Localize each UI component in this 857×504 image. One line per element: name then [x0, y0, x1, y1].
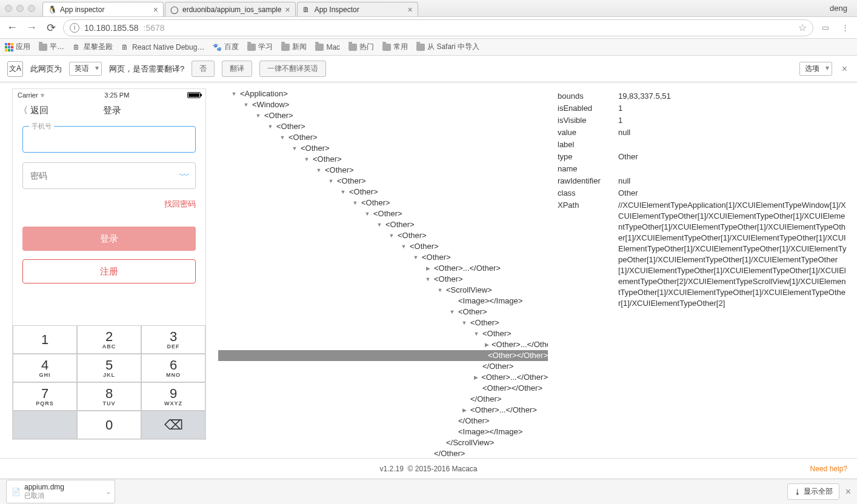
tree-node[interactable]: ▼<Other>	[218, 197, 548, 208]
tree-toggle-icon[interactable]: ▼	[412, 252, 419, 263]
tree-node[interactable]: </ScrollView>	[218, 437, 548, 448]
keypad-key[interactable]: 7PQRS	[13, 382, 77, 411]
tree-toggle-icon[interactable]: ▼	[449, 307, 456, 317]
tree-toggle-icon[interactable]: ▼	[376, 219, 383, 230]
tree-node[interactable]: ▶<Other>...</Other>	[218, 372, 548, 383]
bookmark-item[interactable]: 新闻	[281, 42, 307, 52]
keypad-key[interactable]: 4GHI	[13, 354, 77, 382]
tree-toggle-icon[interactable]: ▼	[424, 274, 432, 285]
traffic-lights[interactable]	[5, 5, 35, 12]
tree-node[interactable]: </Other>	[218, 394, 548, 405]
keypad-key[interactable]: 3DEF	[141, 325, 205, 354]
back-button[interactable]: ←	[5, 21, 19, 35]
downloads-close-icon[interactable]: ×	[845, 486, 851, 497]
tree-node[interactable]: ▼<Other>	[218, 110, 548, 121]
tree-node[interactable]: ▼<Other>	[218, 219, 548, 230]
tree-node[interactable]: <Other></Other>	[218, 383, 548, 394]
download-item[interactable]: 📄 appium.dmg 已取消	[6, 480, 115, 503]
element-tree[interactable]: ▼<Application>▼<Window>▼<Other>▼<Other>▼…	[218, 82, 548, 458]
bookmark-item[interactable]: 热门	[348, 42, 374, 52]
tree-toggle-icon[interactable]: ▶	[461, 405, 468, 416]
keypad-key[interactable]: 2ABC	[77, 325, 141, 354]
password-field[interactable]: 〰	[22, 162, 196, 189]
tree-node[interactable]: ▼<Other>	[218, 121, 548, 132]
tree-node[interactable]: ▼<Other>	[218, 187, 548, 197]
phone-field[interactable]: 手机号	[22, 126, 196, 153]
tree-toggle-icon[interactable]: ▼	[242, 99, 250, 110]
tree-toggle-icon[interactable]: ▼	[267, 121, 274, 132]
translate-yes-button[interactable]: 翻译	[222, 61, 252, 77]
bookmark-star-icon[interactable]: ☆	[798, 22, 807, 33]
keypad-key[interactable]: 9WXYZ	[141, 382, 205, 411]
tree-node[interactable]: <Other></Other>	[218, 350, 548, 361]
tree-toggle-icon[interactable]: ▼	[473, 328, 480, 339]
bookmark-item[interactable]: 常用	[382, 42, 408, 52]
tree-node[interactable]: ▼<Other>	[218, 154, 548, 165]
bookmark-item[interactable]: 🐾百度	[213, 42, 239, 52]
tab-close-icon[interactable]: ×	[153, 5, 158, 15]
tree-toggle-icon[interactable]: ▼	[279, 132, 286, 143]
bookmark-item[interactable]: 🗎星黎圣殿	[73, 42, 113, 52]
translate-close-icon[interactable]: ×	[839, 64, 850, 75]
bookmark-item[interactable]: 平…	[39, 42, 64, 52]
tree-toggle-icon[interactable]: ▼	[255, 110, 262, 121]
tree-toggle-icon[interactable]: ▼	[388, 230, 395, 241]
extensions-icon[interactable]: ▭	[818, 23, 833, 32]
backspace-key[interactable]: ⌫	[141, 411, 205, 439]
login-button[interactable]: 登录	[22, 227, 196, 251]
tree-toggle-icon[interactable]: ▼	[339, 187, 347, 197]
translate-lang-select[interactable]: 英语	[69, 62, 102, 76]
tree-toggle-icon[interactable]: ▶	[473, 372, 479, 383]
bookmark-item[interactable]: 学习	[247, 42, 273, 52]
tree-toggle-icon[interactable]: ▼	[230, 88, 238, 99]
menu-icon[interactable]: ⋮	[838, 23, 852, 32]
tree-toggle-icon[interactable]: ▼	[327, 176, 335, 187]
tree-node[interactable]: ▼<Application>	[218, 88, 548, 99]
tree-node[interactable]: ▼<Other>	[218, 165, 548, 176]
browser-tab[interactable]: 🗎App Inspector×	[297, 2, 418, 16]
keypad-key[interactable]: 0	[77, 411, 141, 439]
keypad-key[interactable]: 1	[13, 325, 77, 354]
tree-toggle-icon[interactable]: ▼	[461, 317, 468, 328]
tree-node[interactable]: ▼<Window>	[218, 99, 548, 110]
tree-node[interactable]: ▶<Other>...</Other>	[218, 263, 548, 274]
browser-tab[interactable]: ◯erduoniba/appium_ios_sample×	[165, 2, 296, 16]
keypad-key[interactable]: 6MNO	[141, 354, 205, 382]
tab-close-icon[interactable]: ×	[407, 5, 412, 15]
keypad-key[interactable]: 5JKL	[77, 354, 141, 382]
tree-toggle-icon[interactable]: ▼	[364, 208, 371, 219]
tree-node[interactable]: ▼<Other>	[218, 208, 548, 219]
tree-node[interactable]: ▼<Other>	[218, 230, 548, 241]
keypad-key[interactable]: 8TUV	[77, 382, 141, 411]
apps-shortcut[interactable]: 应用	[5, 42, 30, 52]
tree-node[interactable]: ▼<Other>	[218, 274, 548, 285]
tree-toggle-icon[interactable]: ▼	[400, 241, 407, 252]
tree-node[interactable]: ▼<Other>	[218, 132, 548, 143]
tree-node[interactable]: </Other>	[218, 448, 548, 458]
tree-toggle-icon[interactable]: ▶	[424, 263, 432, 274]
tree-node[interactable]: ▼<Other>	[218, 176, 548, 187]
tree-toggle-icon[interactable]: ▼	[315, 165, 322, 176]
tree-node[interactable]: ▶<Other>...</Other>	[218, 405, 548, 416]
show-all-downloads[interactable]: ⭳显示全部	[787, 483, 839, 500]
translate-never-button[interactable]: 一律不翻译英语	[259, 61, 326, 77]
tree-node[interactable]: <Image></Image>	[218, 296, 548, 307]
profile-name[interactable]: deng	[830, 4, 852, 13]
tree-node[interactable]: ▼<Other>	[218, 328, 548, 339]
tree-node[interactable]: ▼<Other>	[218, 241, 548, 252]
forward-button[interactable]: →	[24, 21, 39, 35]
translate-options[interactable]: 选项	[799, 62, 832, 76]
site-info-icon[interactable]: i	[70, 23, 79, 33]
tree-node[interactable]: ▼<Other>	[218, 143, 548, 154]
translate-no-button[interactable]: 否	[192, 61, 215, 77]
bookmark-item[interactable]: 🗎React Native Debug…	[121, 42, 204, 52]
tree-toggle-icon[interactable]: ▼	[303, 154, 310, 165]
tree-toggle-icon[interactable]: ▶	[485, 339, 489, 350]
help-link[interactable]: Need help?	[810, 465, 847, 473]
address-bar[interactable]: i 10.180.185.58:5678 ☆	[63, 19, 813, 36]
tree-toggle-icon[interactable]: ▼	[436, 285, 444, 296]
tree-node[interactable]: ▼<Other>	[218, 252, 548, 263]
tree-node[interactable]: ▼<Other>	[218, 317, 548, 328]
bookmark-item[interactable]: Mac	[315, 42, 340, 52]
eye-icon[interactable]: 〰	[179, 170, 189, 181]
